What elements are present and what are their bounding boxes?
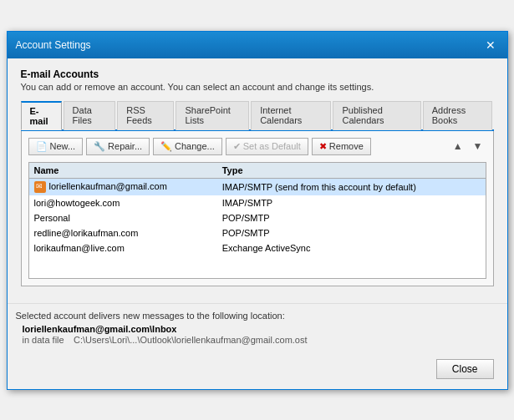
move-down-button[interactable]: ▼ [470,139,486,154]
table-row[interactable]: lorikaufman@live.comExchange ActiveSync [29,240,486,256]
account-type-cell: POP/SMTP [217,225,486,240]
account-type-cell: Exchange ActiveSync [217,240,486,256]
account-name-cell: lorikaufman@live.com [29,240,217,256]
info-path: C:\Users\Lori\...\Outlook\loriellenkaufm… [74,335,308,345]
new-label: New... [50,141,76,151]
tab-address-books[interactable]: Address Books [423,101,492,130]
col-name-header: Name [29,163,217,179]
repair-icon: 🔧 [94,141,105,152]
set-default-label: Set as Default [243,141,301,151]
repair-label: Repair... [108,141,142,151]
account-name-cell: lori@howtogeek.com [29,195,217,210]
new-button[interactable]: 📄 New... [28,138,84,155]
dialog-footer: Close [8,352,507,389]
info-path-prefix: in data file [23,335,64,345]
info-label: Selected account delivers new messages t… [16,311,499,321]
account-name-cell: Personal [29,210,217,225]
table-row[interactable]: loriellenkaufman@gmail.comIMAP/SMTP (sen… [29,178,486,195]
section-desc: You can add or remove an account. You ca… [21,82,494,92]
account-icon [34,181,46,193]
new-icon: 📄 [36,141,48,152]
repair-button[interactable]: 🔧 Repair... [86,138,150,155]
table-row[interactable]: lori@howtogeek.comIMAP/SMTP [29,195,486,210]
title-bar-close-button[interactable]: ✕ [482,37,499,53]
set-default-button[interactable]: ✔ Set as Default [226,138,308,155]
account-name-cell: redline@lorikaufman.com [29,225,217,240]
tab-rss-feeds[interactable]: RSS Feeds [117,101,174,130]
remove-button[interactable]: ✖ Remove [312,138,371,155]
dialog-title: Account Settings [16,39,91,51]
change-icon: ✏️ [160,141,172,152]
account-settings-dialog: Account Settings ✕ E-mail Accounts You c… [7,31,508,390]
change-label: Change... [175,141,215,151]
tabs-container: E-mail Data Files RSS Feeds SharePoint L… [21,100,494,131]
accounts-table: Name Type loriellenkaufman@gmail.comIMAP… [29,163,486,256]
account-type-cell: IMAP/SMTP (send from this account by def… [217,178,486,195]
tab-data-files[interactable]: Data Files [64,101,116,130]
table-row[interactable]: PersonalPOP/SMTP [29,210,486,225]
close-button[interactable]: Close [436,359,494,379]
info-path-line: in data file C:\Users\Lori\...\Outlook\l… [16,334,499,346]
info-section: Selected account delivers new messages t… [8,303,507,352]
account-type-cell: IMAP/SMTP [217,195,486,210]
title-bar: Account Settings ✕ [8,32,507,58]
tab-internet-calendars[interactable]: Internet Calendars [251,101,331,130]
info-inbox: loriellenkaufman@gmail.com\Inbox [23,324,499,334]
move-up-button[interactable]: ▲ [450,139,466,154]
tab-email[interactable]: E-mail [21,101,62,130]
section-title: E-mail Accounts [21,68,494,80]
tab-email-content: 📄 New... 🔧 Repair... ✏️ Change... ✔ Set … [21,131,494,286]
accounts-table-wrapper[interactable]: Name Type loriellenkaufman@gmail.comIMAP… [28,162,486,279]
tab-sharepoint-lists[interactable]: SharePoint Lists [176,101,249,130]
table-row[interactable]: redline@lorikaufman.comPOP/SMTP [29,225,486,240]
tab-published-calendars[interactable]: Published Calendars [333,101,420,130]
dialog-body: E-mail Accounts You can add or remove an… [8,58,507,295]
col-type-header: Type [217,163,486,179]
remove-icon: ✖ [319,141,327,152]
account-name-cell: loriellenkaufman@gmail.com [29,178,217,195]
change-button[interactable]: ✏️ Change... [153,138,222,155]
remove-label: Remove [329,141,364,151]
default-icon: ✔ [233,141,241,152]
account-type-cell: POP/SMTP [217,210,486,225]
toolbar: 📄 New... 🔧 Repair... ✏️ Change... ✔ Set … [28,138,486,155]
